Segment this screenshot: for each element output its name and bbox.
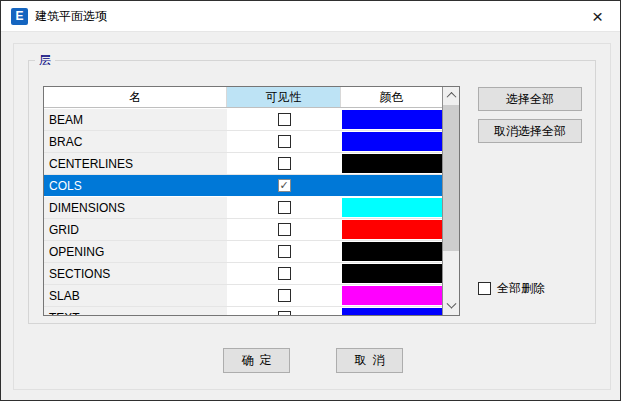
table-row[interactable]: OPENING	[44, 241, 442, 263]
chevron-up-icon	[446, 92, 456, 102]
window-title: 建筑平面选项	[35, 8, 107, 25]
column-header-color[interactable]: 颜色	[341, 87, 442, 107]
layer-color-swatch	[342, 176, 442, 195]
color-cell[interactable]	[341, 219, 442, 240]
layer-name: COLS	[44, 175, 227, 196]
dialog-window: E 建筑平面选项 × 层 名 可见性 颜色 BEAMBRACCENTERLINE…	[0, 0, 621, 401]
visibility-checkbox[interactable]	[278, 267, 291, 280]
visibility-checkbox[interactable]	[278, 245, 291, 258]
layer-color-swatch	[342, 308, 442, 315]
color-cell[interactable]	[341, 307, 442, 315]
visibility-checkbox[interactable]	[278, 289, 291, 302]
select-all-button[interactable]: 选择全部	[478, 87, 582, 111]
scrollbar-down-button[interactable]	[443, 298, 459, 315]
layer-color-swatch	[342, 198, 442, 217]
deselect-all-button[interactable]: 取消选择全部	[478, 119, 582, 143]
visibility-cell	[227, 307, 341, 315]
table-row[interactable]: COLS✓	[44, 175, 442, 197]
layer-name: SLAB	[44, 285, 227, 306]
ok-button[interactable]: 确定	[223, 348, 290, 373]
app-icon: E	[11, 8, 28, 25]
scrollbar-up-button[interactable]	[443, 87, 459, 104]
table-body: BEAMBRACCENTERLINESCOLS✓DIMENSIONSGRIDOP…	[44, 109, 442, 315]
title-bar: E 建筑平面选项 ×	[1, 1, 620, 32]
chevron-down-icon	[446, 299, 456, 309]
visibility-cell	[227, 263, 341, 284]
layer-name: GRID	[44, 219, 227, 240]
groupbox-label: 层	[35, 52, 55, 68]
layer-name: BEAM	[44, 109, 227, 130]
color-cell[interactable]	[341, 241, 442, 262]
color-cell[interactable]	[341, 175, 442, 196]
table-row[interactable]: DIMENSIONS	[44, 197, 442, 219]
color-cell[interactable]	[341, 131, 442, 152]
layer-color-swatch	[342, 220, 442, 239]
column-header-visibility[interactable]: 可见性	[227, 87, 341, 107]
visibility-checkbox[interactable]: ✓	[278, 179, 291, 192]
color-cell[interactable]	[341, 285, 442, 306]
vertical-scrollbar[interactable]	[442, 87, 459, 315]
visibility-checkbox[interactable]	[278, 311, 291, 315]
visibility-cell	[227, 285, 341, 306]
delete-all-checkbox[interactable]	[478, 282, 491, 295]
scrollbar-thumb[interactable]	[443, 105, 459, 251]
color-cell[interactable]	[341, 109, 442, 130]
delete-all-label: 全部删除	[497, 280, 545, 297]
layer-name: SECTIONS	[44, 263, 227, 284]
visibility-cell: ✓	[227, 175, 341, 196]
layer-color-swatch	[342, 264, 442, 283]
layer-color-swatch	[342, 154, 442, 173]
visibility-cell	[227, 109, 341, 130]
layer-name: BRAC	[44, 131, 227, 152]
layer-name: TEXT	[44, 307, 227, 315]
layer-name: OPENING	[44, 241, 227, 262]
layer-color-swatch	[342, 242, 442, 261]
visibility-cell	[227, 197, 341, 218]
color-cell[interactable]	[341, 263, 442, 284]
layers-table: 名 可见性 颜色 BEAMBRACCENTERLINESCOLS✓DIMENSI…	[43, 86, 460, 316]
table-row[interactable]: SLAB	[44, 285, 442, 307]
visibility-checkbox[interactable]	[278, 113, 291, 126]
table-row[interactable]: CENTERLINES	[44, 153, 442, 175]
cancel-button[interactable]: 取消	[336, 348, 403, 373]
visibility-checkbox[interactable]	[278, 135, 291, 148]
table-row[interactable]: BRAC	[44, 131, 442, 153]
visibility-checkbox[interactable]	[278, 157, 291, 170]
delete-all-control: 全部删除	[478, 280, 545, 297]
layer-name: DIMENSIONS	[44, 197, 227, 218]
table-row[interactable]: GRID	[44, 219, 442, 241]
layer-color-swatch	[342, 110, 442, 129]
table-header-row: 名 可见性 颜色	[44, 87, 459, 108]
visibility-checkbox[interactable]	[278, 201, 291, 214]
visibility-cell	[227, 131, 341, 152]
visibility-cell	[227, 219, 341, 240]
layer-color-swatch	[342, 132, 442, 151]
table-row[interactable]: BEAM	[44, 109, 442, 131]
table-row[interactable]: SECTIONS	[44, 263, 442, 285]
column-header-name[interactable]: 名	[44, 87, 227, 107]
table-row[interactable]: TEXT	[44, 307, 442, 315]
visibility-checkbox[interactable]	[278, 223, 291, 236]
color-cell[interactable]	[341, 153, 442, 174]
color-cell[interactable]	[341, 197, 442, 218]
visibility-cell	[227, 241, 341, 262]
visibility-cell	[227, 153, 341, 174]
layer-color-swatch	[342, 286, 442, 305]
close-button[interactable]: ×	[575, 1, 620, 32]
layer-name: CENTERLINES	[44, 153, 227, 174]
